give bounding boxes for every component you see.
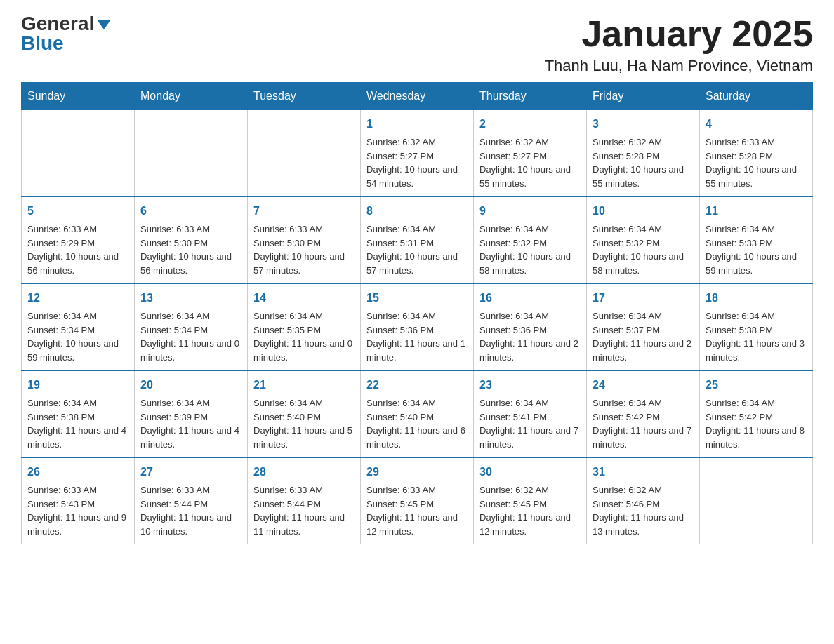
sunrise-text: Sunrise: 6:34 AM [706, 224, 775, 234]
sunset-text: Sunset: 5:42 PM [706, 412, 773, 422]
title-area: January 2025 Thanh Luu, Ha Nam Province,… [545, 14, 813, 75]
sunrise-text: Sunrise: 6:33 AM [140, 224, 210, 234]
day-number: 18 [706, 290, 807, 307]
cell-content: 12Sunrise: 6:34 AMSunset: 5:34 PMDayligh… [27, 290, 128, 364]
sunset-text: Sunset: 5:34 PM [27, 325, 95, 335]
sunrise-text: Sunrise: 6:34 AM [140, 398, 210, 408]
daylight-text: Daylight: 10 hours and 55 minutes. [479, 164, 571, 189]
cell-content: 19Sunrise: 6:34 AMSunset: 5:38 PMDayligh… [27, 377, 128, 451]
table-row: 26Sunrise: 6:33 AMSunset: 5:43 PMDayligh… [22, 457, 135, 544]
sunrise-text: Sunrise: 6:34 AM [253, 311, 323, 321]
day-number: 25 [706, 377, 807, 394]
cell-content: 10Sunrise: 6:34 AMSunset: 5:32 PMDayligh… [593, 203, 694, 277]
day-number: 2 [479, 116, 581, 133]
calendar-week-row: 19Sunrise: 6:34 AMSunset: 5:38 PMDayligh… [22, 370, 813, 457]
sunset-text: Sunset: 5:41 PM [479, 412, 547, 422]
table-row: 4Sunrise: 6:33 AMSunset: 5:28 PMDaylight… [700, 110, 813, 197]
header: General Blue January 2025 Thanh Luu, Ha … [21, 14, 813, 75]
cell-content: 16Sunrise: 6:34 AMSunset: 5:36 PMDayligh… [479, 290, 581, 364]
header-friday: Friday [587, 83, 700, 110]
table-row: 23Sunrise: 6:34 AMSunset: 5:41 PMDayligh… [474, 370, 587, 457]
month-title: January 2025 [545, 14, 813, 54]
location-title: Thanh Luu, Ha Nam Province, Vietnam [545, 57, 813, 75]
daylight-text: Daylight: 10 hours and 54 minutes. [366, 164, 458, 189]
table-row: 24Sunrise: 6:34 AMSunset: 5:42 PMDayligh… [587, 370, 700, 457]
sunset-text: Sunset: 5:28 PM [706, 151, 773, 161]
daylight-text: Daylight: 11 hours and 2 minutes. [479, 338, 578, 363]
sunset-text: Sunset: 5:42 PM [593, 412, 660, 422]
sunrise-text: Sunrise: 6:34 AM [27, 311, 97, 321]
daylight-text: Daylight: 11 hours and 5 minutes. [253, 425, 352, 450]
daylight-text: Daylight: 10 hours and 57 minutes. [253, 251, 345, 276]
table-row: 5Sunrise: 6:33 AMSunset: 5:29 PMDaylight… [22, 196, 135, 283]
table-row [700, 457, 813, 544]
sunset-text: Sunset: 5:32 PM [479, 238, 547, 248]
day-number: 19 [27, 377, 128, 394]
sunset-text: Sunset: 5:27 PM [366, 151, 434, 161]
table-row [22, 110, 135, 197]
sunset-text: Sunset: 5:30 PM [253, 238, 321, 248]
table-row: 28Sunrise: 6:33 AMSunset: 5:44 PMDayligh… [248, 457, 361, 544]
day-number: 15 [366, 290, 468, 307]
sunset-text: Sunset: 5:28 PM [593, 151, 660, 161]
daylight-text: Daylight: 11 hours and 11 minutes. [253, 512, 345, 537]
sunrise-text: Sunrise: 6:32 AM [593, 137, 662, 147]
calendar-week-row: 26Sunrise: 6:33 AMSunset: 5:43 PMDayligh… [22, 457, 813, 544]
sunrise-text: Sunrise: 6:34 AM [706, 398, 775, 408]
sunrise-text: Sunrise: 6:33 AM [27, 485, 97, 495]
daylight-text: Daylight: 10 hours and 57 minutes. [366, 251, 458, 276]
day-number: 4 [706, 116, 807, 133]
logo-blue-text: Blue [21, 34, 64, 53]
sunrise-text: Sunrise: 6:34 AM [253, 398, 323, 408]
day-number: 14 [253, 290, 355, 307]
table-row: 7Sunrise: 6:33 AMSunset: 5:30 PMDaylight… [248, 196, 361, 283]
daylight-text: Daylight: 10 hours and 55 minutes. [706, 164, 797, 189]
sunrise-text: Sunrise: 6:33 AM [140, 485, 210, 495]
daylight-text: Daylight: 11 hours and 4 minutes. [27, 425, 126, 450]
sunrise-text: Sunrise: 6:33 AM [27, 224, 97, 234]
table-row: 25Sunrise: 6:34 AMSunset: 5:42 PMDayligh… [700, 370, 813, 457]
daylight-text: Daylight: 11 hours and 2 minutes. [593, 338, 691, 363]
daylight-text: Daylight: 10 hours and 59 minutes. [706, 251, 797, 276]
daylight-text: Daylight: 11 hours and 10 minutes. [140, 512, 232, 537]
day-number: 3 [593, 116, 694, 133]
cell-content: 7Sunrise: 6:33 AMSunset: 5:30 PMDaylight… [253, 203, 355, 277]
daylight-text: Daylight: 10 hours and 58 minutes. [479, 251, 571, 276]
sunset-text: Sunset: 5:43 PM [27, 499, 95, 509]
sunset-text: Sunset: 5:35 PM [253, 325, 321, 335]
day-number: 7 [253, 203, 355, 220]
day-number: 23 [479, 377, 581, 394]
table-row: 31Sunrise: 6:32 AMSunset: 5:46 PMDayligh… [587, 457, 700, 544]
sunrise-text: Sunrise: 6:34 AM [366, 224, 436, 234]
sunrise-text: Sunrise: 6:32 AM [366, 137, 436, 147]
daylight-text: Daylight: 11 hours and 7 minutes. [593, 425, 691, 450]
daylight-text: Daylight: 11 hours and 4 minutes. [140, 425, 239, 450]
sunrise-text: Sunrise: 6:34 AM [27, 398, 97, 408]
weekday-header-row: Sunday Monday Tuesday Wednesday Thursday… [22, 83, 813, 110]
sunset-text: Sunset: 5:46 PM [593, 499, 660, 509]
table-row: 13Sunrise: 6:34 AMSunset: 5:34 PMDayligh… [135, 283, 248, 370]
daylight-text: Daylight: 11 hours and 0 minutes. [140, 338, 239, 363]
sunset-text: Sunset: 5:37 PM [593, 325, 660, 335]
sunset-text: Sunset: 5:34 PM [140, 325, 208, 335]
sunset-text: Sunset: 5:31 PM [366, 238, 434, 248]
sunset-text: Sunset: 5:30 PM [140, 238, 208, 248]
logo-general-text: General [21, 13, 94, 34]
table-row: 8Sunrise: 6:34 AMSunset: 5:31 PMDaylight… [361, 196, 474, 283]
daylight-text: Daylight: 11 hours and 12 minutes. [366, 512, 458, 537]
sunrise-text: Sunrise: 6:34 AM [593, 311, 662, 321]
cell-content: 5Sunrise: 6:33 AMSunset: 5:29 PMDaylight… [27, 203, 128, 277]
cell-content: 23Sunrise: 6:34 AMSunset: 5:41 PMDayligh… [479, 377, 581, 451]
day-number: 27 [140, 464, 241, 481]
table-row: 1Sunrise: 6:32 AMSunset: 5:27 PMDaylight… [361, 110, 474, 197]
daylight-text: Daylight: 10 hours and 56 minutes. [140, 251, 232, 276]
header-saturday: Saturday [700, 83, 813, 110]
table-row: 18Sunrise: 6:34 AMSunset: 5:38 PMDayligh… [700, 283, 813, 370]
table-row: 9Sunrise: 6:34 AMSunset: 5:32 PMDaylight… [474, 196, 587, 283]
sunset-text: Sunset: 5:45 PM [366, 499, 434, 509]
table-row: 16Sunrise: 6:34 AMSunset: 5:36 PMDayligh… [474, 283, 587, 370]
sunset-text: Sunset: 5:29 PM [27, 238, 95, 248]
sunrise-text: Sunrise: 6:34 AM [140, 311, 210, 321]
sunrise-text: Sunrise: 6:34 AM [479, 398, 549, 408]
sunrise-text: Sunrise: 6:34 AM [479, 311, 549, 321]
